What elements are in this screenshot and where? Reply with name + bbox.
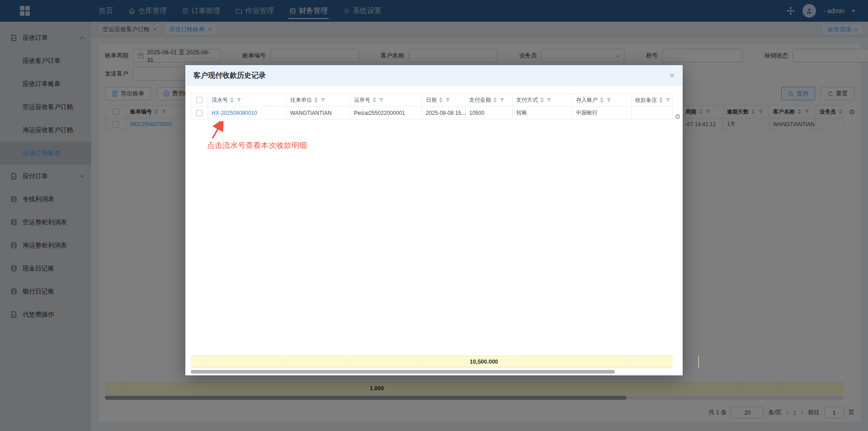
summary-cell	[191, 356, 208, 368]
header-cell: 日期	[422, 94, 466, 106]
cell-value: 10500	[469, 110, 484, 116]
row-checkbox[interactable]	[196, 110, 203, 116]
cell-value: 转账	[516, 109, 527, 117]
column-label: 支付方式	[516, 96, 538, 104]
annotation-text: 点击流水号查看本次收款明细	[207, 140, 307, 151]
row-cell: 转账	[513, 107, 572, 119]
summary-cell	[350, 356, 422, 368]
sort-icons[interactable]	[373, 97, 376, 103]
column-label: 运单号	[354, 96, 370, 104]
row-cell	[191, 107, 208, 119]
cell-value: 中国银行	[576, 109, 598, 117]
payment-history-modal: 客户现付收款历史记录 × 流水号往来单位运单号日期支付金额支付方式存入账户收款备…	[185, 65, 683, 375]
column-label: 收款备注	[635, 96, 657, 104]
filter-funnel-icon[interactable]	[606, 98, 611, 103]
modal-body: 流水号往来单位运单号日期支付金额支付方式存入账户收款备注 HX-20250808…	[185, 86, 683, 375]
row-cell: 中国银行	[572, 107, 632, 119]
payment-table-header: 流水号往来单位运单号日期支付金额支付方式存入账户收款备注	[191, 93, 673, 107]
column-label: 日期	[426, 96, 437, 104]
header-cell: 支付金额	[466, 94, 513, 106]
annotation: 点击流水号查看本次收款明细	[203, 121, 307, 151]
header-cell: 收款备注	[632, 94, 673, 106]
summary-cell	[208, 356, 286, 368]
modal-title: 客户现付收款历史记录	[193, 71, 266, 81]
column-settings-gear-icon[interactable]: ⚙	[675, 113, 681, 120]
row-cell: 10500	[466, 107, 513, 119]
column-label: 存入账户	[576, 96, 598, 104]
summary-cell: 10,500.000	[465, 356, 512, 368]
modal-horizontal-scrollbar	[191, 370, 673, 374]
row-cell	[632, 107, 673, 119]
summary-cell	[422, 356, 465, 368]
column-label: 支付金额	[469, 96, 491, 104]
sort-icons[interactable]	[540, 97, 544, 103]
sort-icons[interactable]	[230, 97, 234, 103]
sort-icons[interactable]	[439, 97, 443, 103]
header-cell: 存入账户	[572, 94, 632, 106]
column-label: 流水号	[212, 96, 228, 104]
row-cell: HX-202508080010	[208, 107, 287, 119]
cell-value: WANGTIANTIAN	[290, 110, 332, 116]
summary-cell	[631, 356, 699, 368]
payment-history-table: 流水号往来单位运单号日期支付金额支付方式存入账户收款备注 HX-20250808…	[191, 93, 673, 119]
serial-no-link[interactable]: HX-202508080010	[212, 110, 257, 116]
modal-header: 客户现付收款历史记录 ×	[185, 65, 683, 86]
modal-scrollbar-thumb[interactable]	[191, 370, 615, 374]
header-cell: 流水号	[208, 94, 287, 106]
summary-cell	[572, 356, 631, 368]
close-icon[interactable]: ×	[670, 71, 675, 81]
sort-icons[interactable]	[314, 97, 318, 103]
row-cell: Peizai255022000001	[350, 107, 422, 119]
row-cell: WANGTIANTIAN	[287, 107, 350, 119]
header-cell	[191, 94, 208, 106]
filter-funnel-icon[interactable]	[500, 98, 505, 103]
sort-icons[interactable]	[659, 97, 663, 103]
filter-funnel-icon[interactable]	[321, 98, 326, 103]
filter-funnel-icon[interactable]	[665, 98, 670, 103]
summary-amount: 10,500.000	[470, 359, 498, 365]
header-cell: 支付方式	[513, 94, 572, 106]
summary-cell	[512, 356, 572, 368]
select-all-checkbox[interactable]	[196, 97, 203, 103]
column-label: 往来单位	[290, 96, 312, 104]
header-cell: 运单号	[350, 94, 422, 106]
filter-funnel-icon[interactable]	[445, 98, 450, 103]
filter-funnel-icon[interactable]	[547, 98, 552, 103]
cell-value: 2025-08-08 15...	[426, 110, 466, 116]
payment-table-row: HX-202508080010WANGTIANTIANPeizai2550220…	[191, 107, 673, 119]
filter-funnel-icon[interactable]	[379, 98, 384, 103]
header-cell: 往来单位	[287, 94, 350, 106]
filter-funnel-icon[interactable]	[236, 98, 241, 103]
payment-summary-row: 10,500.000	[191, 355, 673, 368]
sort-icons[interactable]	[600, 97, 604, 103]
sort-icons[interactable]	[493, 97, 497, 103]
red-arrow-icon	[208, 121, 228, 139]
row-cell: 2025-08-08 15...	[422, 107, 466, 119]
summary-cell	[286, 356, 350, 368]
cell-value: Peizai255022000001	[354, 110, 405, 116]
